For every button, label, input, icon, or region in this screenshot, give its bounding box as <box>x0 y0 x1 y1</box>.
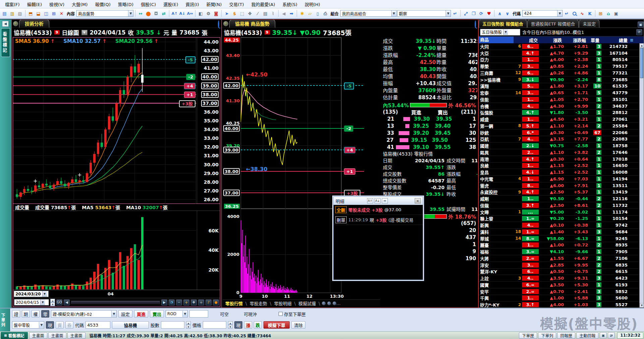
notes-icon[interactable]: ▤ <box>262 10 269 17</box>
stock-row[interactable]: 永崴投控94.↑▲2.50+5.37113419 <box>479 189 644 196</box>
volume-pane[interactable]: 60K40K20K <box>13 211 220 290</box>
column-header[interactable]: 成交 <box>521 37 540 43</box>
monitor-icon[interactable]: 🖳 <box>608 332 614 338</box>
stock-row[interactable]: 上詮34..▲3.50+9.3136423 <box>479 275 644 282</box>
stock-row[interactable]: 大亞4.↑▲4.70+9.293167104 <box>479 50 644 57</box>
draw-line-icon[interactable]: ⁄ <box>254 10 261 17</box>
enter-icon[interactable]: ↵ <box>452 10 459 17</box>
date-to-combobox[interactable]: 2024/04/15▼ <box>14 299 49 305</box>
account-combobox[interactable]: 證-模擬交易(內建)-02▼ <box>51 310 117 318</box>
status-tab-markers[interactable]: ▦看盤標記 <box>1 332 28 339</box>
restore-icon[interactable]: ❐ <box>470 10 477 17</box>
stock-row[interactable]: 佳龍3.↑▲2.50+8.61211732 <box>479 202 644 209</box>
pan-icon[interactable]: ✥ <box>191 299 197 305</box>
quantity-input[interactable] <box>161 321 184 329</box>
menu-item[interactable]: 策略(D) <box>114 0 137 8</box>
save-to-basket-checkbox[interactable] <box>279 312 283 316</box>
stock-row[interactable]: 銘異2..▲1.10+3.82217646 <box>479 149 644 156</box>
market-tab-oddlot[interactable]: 零 <box>41 310 49 318</box>
ruler-icon[interactable]: ⌇ <box>270 10 277 17</box>
back-icon[interactable]: ◀ <box>280 10 287 17</box>
fit-window-icon[interactable]: ↔ <box>137 10 144 17</box>
swap-icon[interactable]: ⇄ <box>160 10 167 17</box>
stock-row[interactable]: 合機4..▲4.30+9.99234637 <box>479 103 644 110</box>
new-icon[interactable]: ✱ <box>299 10 306 17</box>
home-icon[interactable]: ⌂ <box>605 10 612 17</box>
crosshair-icon[interactable]: ＋ <box>198 299 204 305</box>
snapshot-icon[interactable]: ▣ <box>638 21 644 27</box>
stock-row[interactable]: 新興4..▲0.10+0.3819742 <box>479 222 644 229</box>
clear-button[interactable]: 清除 <box>291 321 305 329</box>
content-combobox[interactable]: 商品盤勢▼ <box>76 10 133 17</box>
status-button[interactable]: 下單匣 <box>519 332 537 339</box>
code-combobox[interactable]: 424▼ <box>522 10 563 17</box>
dollar-icon[interactable]: $ <box>231 10 238 17</box>
settings-button[interactable]: 設定 <box>118 310 132 318</box>
refresh-icon[interactable]: ⟳ <box>478 10 485 17</box>
chart-scrollbar[interactable] <box>71 301 160 304</box>
scroll-down-icon[interactable]: ▼ <box>640 303 644 307</box>
stock-row[interactable]: 漢科181.=▲1.40+3.4339684 <box>479 229 644 235</box>
quantity-stepper[interactable]: ▲▼ <box>186 321 191 329</box>
tab-technical-analysis[interactable]: 技術分析 <box>19 19 49 27</box>
menu-item[interactable]: 系統(S) <box>279 0 301 8</box>
market-tab-stock[interactable]: 證 <box>12 310 20 318</box>
stock-row[interactable]: 宏泰143..▲0.65+1.71543779 <box>479 90 644 96</box>
panel-menu-icon[interactable] <box>13 21 18 26</box>
buy-button[interactable]: 買進 <box>134 310 148 318</box>
zoom-icon[interactable] <box>475 21 476 27</box>
search-icon[interactable] <box>571 10 578 17</box>
layout-icon[interactable]: ⊞ <box>597 10 604 17</box>
price-stepper[interactable]: ▲▼ <box>228 321 233 329</box>
stock-row[interactable]: 安平2.=▲0.70+2.4135852 <box>479 288 644 295</box>
status-button[interactable]: 主動回報 <box>576 332 598 339</box>
scroll-down-icon[interactable]: ∨ <box>504 10 511 17</box>
menu-item[interactable]: 編輯(E) <box>23 0 46 8</box>
period-dropdown-icon[interactable]: ▼ <box>81 30 87 35</box>
grid-icon[interactable]: ◧ <box>197 10 204 17</box>
collapse-sidebar-button[interactable]: ◀ <box>2 21 9 27</box>
scrollbar-thumb[interactable] <box>640 48 643 78</box>
split-columns-icon[interactable]: ◫ <box>43 10 50 17</box>
close-content-icon[interactable]: ✕ <box>58 10 65 17</box>
oddlot-tab-3[interactable]: 模擬試撮 <box>296 300 318 306</box>
font-larger-icon[interactable]: A↑ <box>171 10 178 17</box>
menu-item[interactable]: 檢視(V) <box>46 0 68 8</box>
stock-row[interactable]: 大將2.=▲1.55+6.6727106 <box>479 255 644 262</box>
forward-icon[interactable]: ➡ <box>288 10 295 17</box>
stock-row[interactable]: 弘憶股4.↑▼1.80-3.50128812 <box>479 110 644 116</box>
depth-row[interactable]: 3339.2039.4530 <box>383 129 476 136</box>
menu-item[interactable]: 選股(E) <box>160 0 182 8</box>
depth-row[interactable]: 2739.1539.50125 <box>383 136 476 144</box>
stock-row[interactable]: 漢翔5..▲1.80+3.171061535 <box>479 83 644 90</box>
tile-horizontal-icon[interactable]: ⬒ <box>27 10 34 17</box>
order-type-combobox[interactable]: ROD▼ <box>166 310 188 318</box>
pointer-icon[interactable]: ➤ <box>223 10 230 17</box>
move-icon[interactable]: ✥ <box>246 10 253 17</box>
column-header[interactable]: 漲跌幅 <box>564 37 588 43</box>
stock-row[interactable]: 威盛1..▲4.50+3.21127061 <box>479 116 644 123</box>
scroll-up-icon[interactable]: ∧ <box>496 10 503 17</box>
kchart-icon[interactable]: K <box>586 10 593 17</box>
ranking-filter-combobox[interactable]: 五日強勢股▼ <box>480 29 520 36</box>
menu-item[interactable]: 說明(H) <box>301 0 324 8</box>
stock-row[interactable]: 亞航74..▲3.15+7.77222083 <box>479 136 644 143</box>
candlestick-pane[interactable]: SMA5 36.90 ↑SMA10 32.57 ↑SMA20 29.56 ↑ -… <box>13 38 220 204</box>
oddlot-mode-combobox[interactable]: 盤中零股▼ <box>12 321 44 329</box>
more-tabs-icon[interactable]: … <box>336 301 341 306</box>
font-smaller-icon[interactable]: A↓ <box>374 198 380 204</box>
menu-item[interactable]: 我的最愛(A) <box>248 0 279 8</box>
zoom-icon[interactable] <box>218 21 219 27</box>
price-limit-down-button[interactable]: 跌 <box>254 321 262 329</box>
stock-row[interactable]: 淳安3..▲2.85+9.9526835 <box>479 262 644 269</box>
stock-row[interactable]: 國建2.↓▼0.75-2.58118758 <box>479 143 644 149</box>
sidebar-tab-markers[interactable]: 看盤標記 <box>1 28 10 57</box>
popup-title-bar[interactable]: 明細 A↑ A↓ ⇔ ✕ <box>334 197 423 205</box>
lock-red-icon[interactable]: ◙ <box>213 10 220 17</box>
clock-icon[interactable]: ◔ <box>169 299 175 305</box>
column-header[interactable]: 單量 <box>588 37 601 43</box>
paste-icon[interactable]: ▥ <box>9 10 16 17</box>
stock-row[interactable]: 大同66..▲1.70+2.813214732 <box>479 43 644 50</box>
panel-dot-icon[interactable] <box>327 301 331 305</box>
stock-row[interactable]: 麗臺1..▲1.00+0.7228935 <box>479 242 644 249</box>
